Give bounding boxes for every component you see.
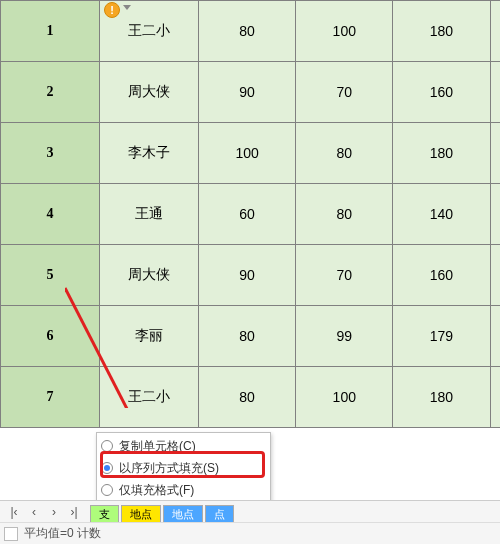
cell-col2[interactable]: 70 (296, 245, 393, 306)
table-row[interactable]: 3李木子10080180 (1, 123, 501, 184)
cell-index[interactable]: 2 (1, 62, 100, 123)
cell-name[interactable]: 周大侠 (99, 62, 198, 123)
sheet-tab-3[interactable]: 地点 (163, 505, 203, 523)
radio-icon (101, 462, 113, 474)
data-table[interactable]: 1王二小801001802周大侠90701603李木子100801804王通60… (0, 0, 500, 428)
radio-icon (101, 440, 113, 452)
cell-col3[interactable]: 160 (393, 245, 490, 306)
smart-tag-dropdown-icon[interactable] (123, 5, 131, 13)
nav-next-button[interactable]: › (44, 503, 64, 521)
cell-name[interactable]: 王二小 (99, 367, 198, 428)
cell-col1[interactable]: 90 (199, 245, 296, 306)
cell-extra[interactable] (490, 184, 500, 245)
cell-extra[interactable] (490, 123, 500, 184)
cell-col1[interactable]: 80 (199, 1, 296, 62)
cell-col1[interactable]: 90 (199, 62, 296, 123)
fill-option-1[interactable]: 以序列方式填充(S) (97, 457, 270, 479)
cell-name[interactable]: 李丽 (99, 306, 198, 367)
cell-name[interactable]: 王通 (99, 184, 198, 245)
cell-index[interactable]: 3 (1, 123, 100, 184)
cell-extra[interactable] (490, 367, 500, 428)
sheet-tab-4[interactable]: 点 (205, 505, 234, 523)
status-box-icon (4, 527, 18, 541)
cell-col2[interactable]: 70 (296, 62, 393, 123)
cell-col3[interactable]: 180 (393, 367, 490, 428)
cell-col2[interactable]: 100 (296, 367, 393, 428)
cell-extra[interactable] (490, 245, 500, 306)
fill-option-label: 复制单元格(C) (119, 438, 196, 455)
sheet-tab-bar: |‹ ‹ › ›| 支 地点 地点 点 (0, 500, 500, 522)
cell-index[interactable]: 4 (1, 184, 100, 245)
cell-extra[interactable] (490, 62, 500, 123)
table-row[interactable]: 6李丽8099179 (1, 306, 501, 367)
table-row[interactable]: 4王通6080140 (1, 184, 501, 245)
cell-col3[interactable]: 180 (393, 1, 490, 62)
radio-icon (101, 484, 113, 496)
cell-col3[interactable]: 179 (393, 306, 490, 367)
cell-col3[interactable]: 160 (393, 62, 490, 123)
cell-index[interactable]: 5 (1, 245, 100, 306)
cell-col1[interactable]: 60 (199, 184, 296, 245)
cell-col3[interactable]: 140 (393, 184, 490, 245)
cell-extra[interactable] (490, 1, 500, 62)
cell-col3[interactable]: 180 (393, 123, 490, 184)
cell-index[interactable]: 6 (1, 306, 100, 367)
table-row[interactable]: 1王二小80100180 (1, 1, 501, 62)
sheet-tab-1[interactable]: 支 (90, 505, 119, 523)
cell-index[interactable]: 1 (1, 1, 100, 62)
table-row[interactable]: 5周大侠9070160 (1, 245, 501, 306)
status-text: 平均值=0 计数 (24, 525, 101, 542)
cell-col2[interactable]: 80 (296, 123, 393, 184)
nav-last-button[interactable]: ›| (64, 503, 84, 521)
fill-option-label: 仅填充格式(F) (119, 482, 194, 499)
cell-name[interactable]: 李木子 (99, 123, 198, 184)
cell-index[interactable]: 7 (1, 367, 100, 428)
spreadsheet-area[interactable]: 1王二小801001802周大侠90701603李木子100801804王通60… (0, 0, 500, 428)
cell-col1[interactable]: 100 (199, 123, 296, 184)
cell-col1[interactable]: 80 (199, 367, 296, 428)
cell-col2[interactable]: 99 (296, 306, 393, 367)
fill-option-0[interactable]: 复制单元格(C) (97, 435, 270, 457)
nav-first-button[interactable]: |‹ (4, 503, 24, 521)
sheet-tab-2[interactable]: 地点 (121, 505, 161, 523)
smart-tag-icon[interactable] (104, 2, 120, 18)
cell-extra[interactable] (490, 306, 500, 367)
status-bar: 平均值=0 计数 (0, 522, 500, 544)
fill-option-label: 以序列方式填充(S) (119, 460, 219, 477)
cell-name[interactable]: 周大侠 (99, 245, 198, 306)
cell-col2[interactable]: 80 (296, 184, 393, 245)
table-row[interactable]: 7王二小80100180 (1, 367, 501, 428)
fill-option-2[interactable]: 仅填充格式(F) (97, 479, 270, 501)
table-row[interactable]: 2周大侠9070160 (1, 62, 501, 123)
cell-col2[interactable]: 100 (296, 1, 393, 62)
cell-col1[interactable]: 80 (199, 306, 296, 367)
nav-prev-button[interactable]: ‹ (24, 503, 44, 521)
